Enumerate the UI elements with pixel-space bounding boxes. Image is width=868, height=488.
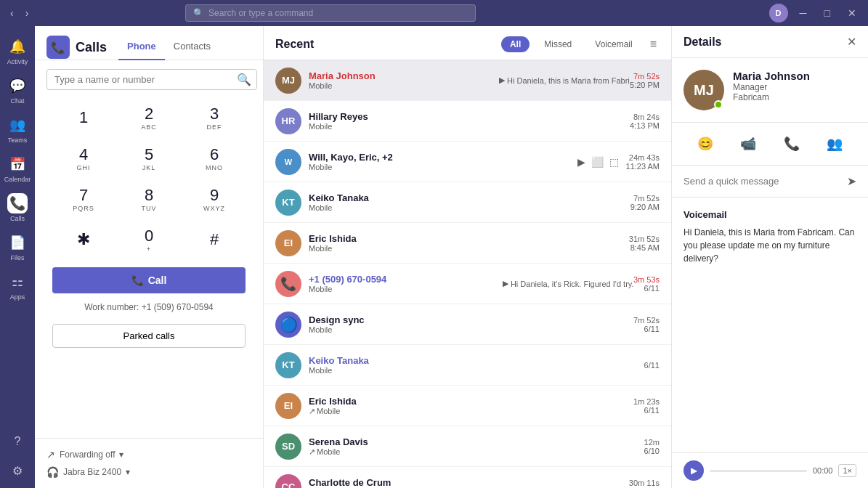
sidebar-item-apps[interactable]: ⚏ Apps bbox=[3, 267, 32, 305]
play-button[interactable]: ▶ bbox=[684, 460, 704, 481]
activity-icon: 🔔 bbox=[7, 36, 28, 57]
progress-bar[interactable] bbox=[710, 470, 807, 472]
numpad-7[interactable]: 7 PQRS bbox=[52, 180, 115, 218]
back-button[interactable]: ‹ bbox=[6, 6, 18, 20]
voicemail-label: Voicemail bbox=[684, 209, 856, 220]
call-item[interactable]: 📞 +1 (509) 670-0594 Mobile ▶ Hi Daniela,… bbox=[264, 264, 671, 304]
call-item[interactable]: EI Eric Ishida ↗ Mobile 1m 23s 6/11 bbox=[264, 386, 671, 426]
numpad-5[interactable]: 5 JKL bbox=[118, 139, 180, 177]
call-item[interactable]: 🔵 Design sync Mobile 7m 52s 6/11 bbox=[264, 304, 671, 345]
call-info: Keiko Tanaka Mobile bbox=[309, 192, 630, 212]
call-name: Design sync bbox=[309, 314, 633, 325]
audio-time: 00:00 bbox=[813, 466, 833, 475]
record-action[interactable]: ⬜ bbox=[590, 155, 605, 169]
numpad-4[interactable]: 4 GHI bbox=[52, 139, 115, 177]
chat-action[interactable]: ⬚ bbox=[608, 155, 620, 169]
numpad-hash[interactable]: # bbox=[183, 221, 246, 259]
numpad-8[interactable]: 8 TUV bbox=[118, 180, 180, 218]
call-type: Mobile bbox=[309, 285, 503, 293]
user-avatar[interactable]: D bbox=[769, 4, 788, 23]
device-setting[interactable]: 🎧 Jabra Biz 2400 ▾ bbox=[46, 463, 251, 481]
help-button[interactable]: ? bbox=[6, 430, 29, 453]
name-search-button[interactable]: 🔍 bbox=[237, 73, 251, 86]
call-item[interactable]: HR Hillary Reyes Mobile 8m 24s 4:13 PM bbox=[264, 101, 671, 142]
close-button[interactable]: ✕ bbox=[842, 6, 862, 20]
more-options-button[interactable]: ≡ bbox=[647, 35, 660, 54]
avatar: SD bbox=[275, 434, 301, 460]
call-item[interactable]: W Will, Kayo, Eric, +2 Mobile ▶ ⬜ ⬚ 24m … bbox=[264, 142, 671, 182]
call-info: Hillary Reyes Mobile bbox=[309, 111, 630, 131]
call-time: 4:13 PM bbox=[630, 121, 660, 130]
quick-message-input[interactable] bbox=[684, 176, 841, 187]
filter-missed[interactable]: Missed bbox=[535, 36, 580, 52]
numpad-6[interactable]: 6 MNO bbox=[183, 139, 246, 177]
send-message-button[interactable]: ➤ bbox=[847, 174, 856, 188]
call-time: 6/11 bbox=[633, 284, 660, 293]
call-item[interactable]: MJ Maria Johnson Mobile ▶ Hi Daniela, th… bbox=[264, 60, 671, 101]
forward-button[interactable]: › bbox=[21, 6, 33, 20]
numpad-star[interactable]: ✱ bbox=[52, 221, 115, 259]
settings-button[interactable]: ⚙ bbox=[6, 459, 29, 482]
sidebar-item-activity[interactable]: 🔔 Activity bbox=[3, 32, 32, 70]
call-item[interactable]: EI Eric Ishida Mobile 31m 52s 8:45 AM bbox=[264, 223, 671, 264]
numpad-0[interactable]: 0 + bbox=[118, 221, 180, 259]
call-meta: 31m 52s 8:45 AM bbox=[629, 235, 660, 252]
recent-panel: Recent All Missed Voicemail ≡ MJ Maria J… bbox=[264, 26, 672, 488]
parked-calls-button[interactable]: Parked calls bbox=[52, 324, 246, 348]
call-meta: 12m 6/10 bbox=[644, 438, 660, 455]
call-info: Design sync Mobile bbox=[309, 314, 633, 334]
call-duration: 3m 53s bbox=[633, 275, 660, 284]
maximize-button[interactable]: □ bbox=[819, 6, 836, 20]
sidebar-item-files[interactable]: 📄 Files bbox=[3, 228, 32, 266]
call-item[interactable]: KT Keiko Tanaka Mobile 6/11 bbox=[264, 345, 671, 386]
tab-contacts[interactable]: Contacts bbox=[165, 35, 219, 60]
call-name: Charlotte de Crum bbox=[309, 477, 629, 488]
filter-all[interactable]: All bbox=[501, 36, 530, 52]
forwarding-icon: ↗ bbox=[46, 449, 55, 460]
forwarding-chevron: ▾ bbox=[119, 450, 123, 460]
call-name: Maria Johnson bbox=[309, 70, 499, 81]
call-item[interactable]: KT Keiko Tanaka Mobile 7m 52s 9:20 AM bbox=[264, 182, 671, 223]
calls-app-icon: 📞 bbox=[46, 36, 70, 59]
sidebar-item-teams[interactable]: 👥 Teams bbox=[3, 110, 32, 148]
call-info: Eric Ishida Mobile bbox=[309, 233, 629, 253]
details-close-button[interactable]: ✕ bbox=[847, 35, 856, 49]
call-info: Charlotte de Crum ↗ Mobile bbox=[309, 477, 629, 489]
call-info: Serena Davis ↗ Mobile bbox=[309, 436, 644, 457]
avatar: 📞 bbox=[275, 271, 301, 297]
minimize-button[interactable]: ─ bbox=[794, 6, 813, 20]
call-time: 6/10 bbox=[644, 447, 660, 455]
call-button-label: Call bbox=[148, 274, 167, 286]
sidebar-item-calendar[interactable]: 📅 Calendar bbox=[3, 150, 32, 187]
call-action[interactable]: 📞 bbox=[779, 131, 804, 156]
search-input[interactable] bbox=[208, 8, 468, 18]
sidebar-item-calls[interactable]: 📞 Calls bbox=[3, 189, 32, 227]
filter-voicemail[interactable]: Voicemail bbox=[586, 36, 641, 52]
device-label: Jabra Biz 2400 bbox=[63, 467, 121, 477]
speed-button[interactable]: 1× bbox=[838, 464, 856, 477]
call-button[interactable]: 📞 Call bbox=[52, 267, 246, 293]
call-preview: ▶ Hi Daniela, it's Rick. Figured I'd try… bbox=[503, 279, 633, 288]
numpad-2[interactable]: 2 ABC bbox=[118, 99, 180, 137]
call-item[interactable]: SD Serena Davis ↗ Mobile 12m 6/10 bbox=[264, 426, 671, 467]
call-type: Mobile bbox=[309, 163, 570, 171]
sidebar-item-chat[interactable]: 💬 Chat bbox=[3, 71, 32, 109]
outbound-arrow: ↗ bbox=[309, 447, 315, 457]
apps-icon: ⚏ bbox=[7, 272, 28, 292]
video-action[interactable]: ▶ bbox=[576, 155, 587, 169]
numpad-9[interactable]: 9 WXYZ bbox=[183, 180, 246, 218]
call-type: Mobile bbox=[309, 366, 644, 375]
forwarding-label: Forwarding off bbox=[60, 450, 115, 460]
numpad-3[interactable]: 3 DEF bbox=[183, 99, 246, 137]
call-item[interactable]: CC Charlotte de Crum ↗ Mobile 30m 11s 6/… bbox=[264, 467, 671, 488]
name-search-input[interactable] bbox=[46, 69, 257, 90]
call-info: Eric Ishida ↗ Mobile bbox=[309, 396, 633, 416]
calls-list: MJ Maria Johnson Mobile ▶ Hi Daniela, th… bbox=[264, 60, 671, 488]
emoji-action[interactable]: 😊 bbox=[693, 131, 718, 156]
sidebar-label-calendar: Calendar bbox=[4, 176, 31, 183]
numpad-1[interactable]: 1 bbox=[52, 99, 115, 137]
tab-phone[interactable]: Phone bbox=[118, 35, 165, 60]
add-person-action[interactable]: 👥 bbox=[822, 131, 847, 156]
forwarding-setting[interactable]: ↗ Forwarding off ▾ bbox=[46, 446, 251, 463]
video-action[interactable]: 📹 bbox=[736, 131, 760, 156]
